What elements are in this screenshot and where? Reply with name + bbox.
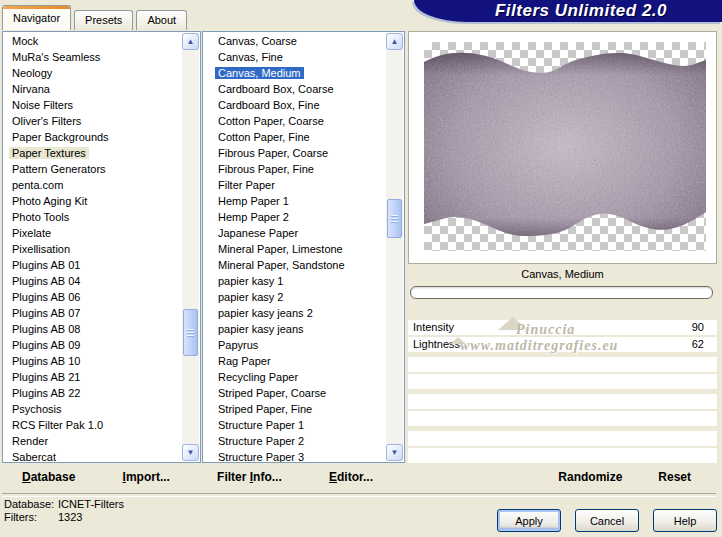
category-item-label: Photo Tools — [9, 211, 72, 223]
category-item[interactable]: Psychosis — [3, 401, 183, 417]
category-item[interactable]: Sabercat — [3, 449, 183, 462]
category-item[interactable]: Pixellisation — [3, 241, 183, 257]
filter-item[interactable]: Fibrous Paper, Coarse — [203, 145, 387, 161]
filter-item[interactable]: Hemp Paper 2 — [203, 209, 387, 225]
filter-scrollbar[interactable]: ▲ ▼ — [386, 33, 403, 461]
tab-about[interactable]: About — [136, 10, 187, 30]
category-item[interactable]: Mock — [3, 33, 183, 49]
category-item[interactable]: Nirvana — [3, 81, 183, 97]
category-item-label: Pattern Generators — [9, 163, 109, 175]
category-scrollbar[interactable]: ▲ ▼ — [182, 33, 199, 461]
category-item[interactable]: Oliver's Filters — [3, 113, 183, 129]
texture-preview-image — [424, 42, 706, 251]
cancel-button[interactable]: Cancel — [575, 509, 639, 532]
category-item[interactable]: Plugins AB 21 — [3, 369, 183, 385]
filter-item[interactable]: papier kasy jeans 2 — [203, 305, 387, 321]
category-item[interactable]: Photo Tools — [3, 209, 183, 225]
category-item[interactable]: Pattern Generators — [3, 161, 183, 177]
filter-item[interactable]: Cardboard Box, Coarse — [203, 81, 387, 97]
filter-item[interactable]: Recycling Paper — [203, 369, 387, 385]
category-scroll-thumb[interactable] — [183, 309, 198, 356]
filter-item[interactable]: Rag Paper — [203, 353, 387, 369]
category-item[interactable]: Neology — [3, 65, 183, 81]
parameter-row[interactable]: Lightness62 — [408, 337, 717, 352]
filter-item-label: Filter Paper — [215, 179, 278, 191]
filter-item[interactable]: Canvas, Coarse — [203, 33, 387, 49]
filter-item[interactable]: Hemp Paper 1 — [203, 193, 387, 209]
filter-item[interactable]: papier kasy jeans — [203, 321, 387, 337]
import-button[interactable]: Import... — [123, 470, 170, 484]
filter-item[interactable]: Cardboard Box, Fine — [203, 97, 387, 113]
filter-item-label: Recycling Paper — [215, 371, 301, 383]
category-item[interactable]: RCS Filter Pak 1.0 — [3, 417, 183, 433]
filter-item[interactable]: Japanese Paper — [203, 225, 387, 241]
list-toolbar: DatabaseImport...Filter Info...Editor... — [2, 462, 403, 492]
parameter-row — [408, 448, 717, 463]
filter-info-button[interactable]: Filter Info... — [217, 470, 282, 484]
category-item[interactable]: Plugins AB 07 — [3, 305, 183, 321]
category-item[interactable]: Noise Filters — [3, 97, 183, 113]
category-item[interactable]: Plugins AB 22 — [3, 385, 183, 401]
filter-scroll-thumb[interactable] — [387, 199, 402, 238]
scroll-down-icon[interactable]: ▼ — [386, 444, 403, 461]
parameter-value[interactable]: 90 — [692, 320, 704, 335]
category-item[interactable]: Plugins AB 10 — [3, 353, 183, 369]
database-status-label: Database: — [4, 498, 58, 511]
filter-item[interactable]: Cotton Paper, Coarse — [203, 113, 387, 129]
category-item[interactable]: Plugins AB 04 — [3, 273, 183, 289]
scroll-up-icon[interactable]: ▲ — [386, 33, 403, 50]
filter-item[interactable]: papier kasy 2 — [203, 289, 387, 305]
category-item[interactable]: Plugins AB 06 — [3, 289, 183, 305]
scroll-up-icon[interactable]: ▲ — [182, 33, 199, 50]
apply-button[interactable]: Apply — [497, 509, 561, 532]
category-item[interactable]: penta.com — [3, 177, 183, 193]
category-item[interactable]: Paper Textures — [3, 145, 183, 161]
category-item-label: Photo Aging Kit — [9, 195, 90, 207]
filter-item[interactable]: Filter Paper — [203, 177, 387, 193]
filters-unlimited-dialog: NavigatorPresetsAbout Filters Unlimited … — [0, 0, 722, 537]
filter-item[interactable]: papier kasy 1 — [203, 273, 387, 289]
category-item-label: Render — [9, 435, 51, 447]
reset-button[interactable]: Reset — [658, 470, 691, 484]
parameter-value[interactable]: 62 — [692, 337, 704, 352]
filter-item[interactable]: Structure Paper 3 — [203, 449, 387, 462]
category-item[interactable]: Plugins AB 01 — [3, 257, 183, 273]
filter-item[interactable]: Structure Paper 2 — [203, 433, 387, 449]
category-item-label: Plugins AB 09 — [9, 339, 84, 351]
filter-item-label: Structure Paper 3 — [215, 451, 307, 462]
database-button[interactable]: Database — [22, 470, 75, 484]
parameter-row[interactable]: Intensity90 — [408, 320, 717, 335]
editor-button[interactable]: Editor... — [329, 470, 373, 484]
category-item-label: Plugins AB 01 — [9, 259, 84, 271]
filter-item[interactable]: Canvas, Fine — [203, 49, 387, 65]
parameter-row — [408, 394, 717, 409]
category-item-label: Plugins AB 07 — [9, 307, 84, 319]
category-item[interactable]: Pixelate — [3, 225, 183, 241]
category-item[interactable]: Render — [3, 433, 183, 449]
filter-item[interactable]: Canvas, Medium — [203, 65, 387, 81]
filter-item[interactable]: Papyrus — [203, 337, 387, 353]
filter-item-label: Mineral Paper, Limestone — [215, 243, 346, 255]
randomize-button[interactable]: Randomize — [558, 470, 622, 484]
category-item[interactable]: Photo Aging Kit — [3, 193, 183, 209]
filter-item[interactable]: Mineral Paper, Limestone — [203, 241, 387, 257]
tab-presets[interactable]: Presets — [74, 10, 133, 30]
filter-item[interactable]: Striped Paper, Coarse — [203, 385, 387, 401]
category-item-label: penta.com — [9, 179, 66, 191]
filter-item[interactable]: Mineral Paper, Sandstone — [203, 257, 387, 273]
help-button[interactable]: Help — [653, 509, 717, 532]
category-item[interactable]: Paper Backgrounds — [3, 129, 183, 145]
filter-item[interactable]: Cotton Paper, Fine — [203, 129, 387, 145]
filter-item[interactable]: Structure Paper 1 — [203, 417, 387, 433]
category-item-label: Sabercat — [9, 451, 59, 462]
filter-item-label: Fibrous Paper, Coarse — [215, 147, 331, 159]
filter-item[interactable]: Striped Paper, Fine — [203, 401, 387, 417]
filters-count-label: Filters: — [4, 511, 58, 524]
category-item[interactable]: Plugins AB 08 — [3, 321, 183, 337]
tab-navigator[interactable]: Navigator — [2, 5, 71, 30]
scroll-down-icon[interactable]: ▼ — [182, 444, 199, 461]
filter-item[interactable]: Fibrous Paper, Fine — [203, 161, 387, 177]
title-banner: Filters Unlimited 2.0 — [414, 0, 722, 22]
category-item[interactable]: MuRa's Seamless — [3, 49, 183, 65]
category-item[interactable]: Plugins AB 09 — [3, 337, 183, 353]
